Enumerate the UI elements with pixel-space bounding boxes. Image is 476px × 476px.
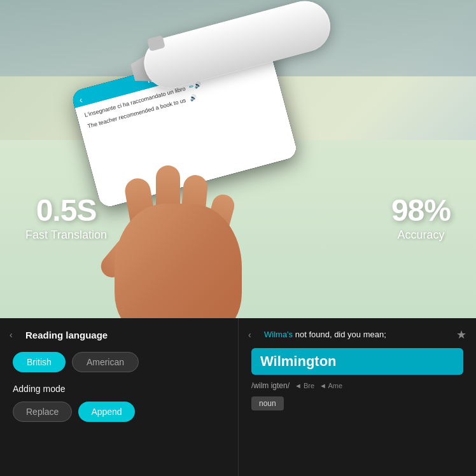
right-panel-back-icon[interactable]: ‹ xyxy=(248,330,251,340)
phonetic-text: /wilm igten/ xyxy=(251,381,290,390)
american-button[interactable]: American xyxy=(72,352,139,372)
replace-button[interactable]: Replace xyxy=(13,402,72,422)
mode-buttons: Replace Append xyxy=(13,402,225,422)
bottom-panels: ‹ Reading language British American Addi… xyxy=(0,318,476,476)
ame-speaker-icon[interactable]: ◄ Ame xyxy=(319,382,342,389)
stat-accuracy: 98% Accuracy xyxy=(391,195,451,242)
search-word-highlight: Wilma's xyxy=(264,330,293,339)
british-button[interactable]: British xyxy=(13,352,66,372)
stat-speed-label: Fast Translation xyxy=(25,228,107,242)
append-button[interactable]: Append xyxy=(78,402,134,422)
stat-speed-number: 0.5S xyxy=(25,195,107,226)
language-buttons: British American xyxy=(13,352,225,372)
word-lookup-panel: ‹ ★ Wilma's not found, did you mean; Wil… xyxy=(238,318,476,476)
reading-language-panel: ‹ Reading language British American Addi… xyxy=(0,318,238,476)
bre-speaker-icon[interactable]: ◄ Bre xyxy=(295,382,314,389)
word-type-badge: noun xyxy=(251,396,284,410)
left-panel-title: Reading language xyxy=(25,330,225,340)
stat-accuracy-number: 98% xyxy=(391,195,451,226)
stat-accuracy-label: Accuracy xyxy=(391,228,451,242)
not-found-text: not found, did you mean; xyxy=(293,330,386,339)
palm xyxy=(115,204,242,318)
adding-mode-title: Adding mode xyxy=(13,384,225,394)
not-found-message: Wilma's not found, did you mean; xyxy=(264,330,463,339)
favorite-star-icon[interactable]: ★ xyxy=(456,328,466,342)
suggested-word: Wilmington xyxy=(251,348,463,375)
phonetic-row: /wilm igten/ ◄ Bre ◄ Ame xyxy=(251,381,463,390)
hero-section: ‹ Text translation L'insegnante ci ha ra… xyxy=(0,0,476,318)
left-panel-back-icon[interactable]: ‹ xyxy=(10,330,13,340)
stat-speed: 0.5S Fast Translation xyxy=(25,195,107,242)
